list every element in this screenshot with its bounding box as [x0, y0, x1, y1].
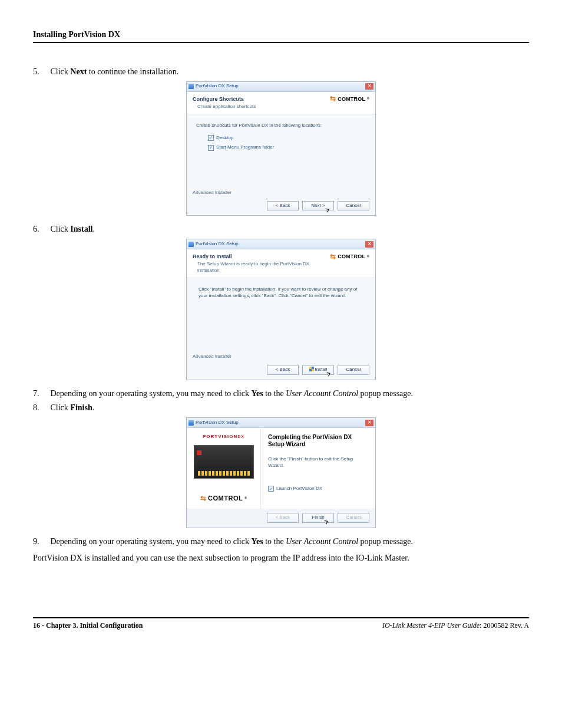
step-text: Depending on your operating system, you …: [51, 537, 414, 546]
btn-label: Next >: [311, 203, 325, 208]
app-icon: [189, 420, 194, 426]
back-button[interactable]: < Back: [267, 365, 299, 375]
checkbox-icon: ✓: [268, 486, 274, 492]
step-number: 5.: [33, 67, 48, 78]
screenshot-configure-shortcuts: PortVision DX Setup ✕ Configure Shortcut…: [186, 81, 376, 216]
brand-logo: ⇆COMTROL®: [200, 490, 247, 509]
product-logo: PORTVISIONDX: [203, 428, 244, 443]
step-number: 9.: [33, 536, 48, 548]
checkbox-label: Start Menu Programs folder: [216, 144, 274, 151]
dialog-heading: Configure Shortcuts: [193, 95, 256, 103]
dialog-subheading: Create application shortcuts: [193, 104, 256, 110]
cursor-icon: [326, 207, 330, 212]
wizard-body: Completing the PortVision DX Setup Wizar…: [261, 428, 375, 508]
window-title: PortVision DX Setup: [196, 83, 239, 90]
cancel-button[interactable]: Cancel: [338, 365, 369, 375]
t3: popup message.: [358, 537, 413, 546]
step-number: 6.: [33, 224, 48, 235]
bold-word: Yes: [251, 389, 263, 398]
step-5: 5. Click Next to continue the installati…: [33, 67, 529, 78]
step-7: 7. Depending on your operating system, y…: [33, 388, 529, 400]
screenshot-1-wrap: PortVision DX Setup ✕ Configure Shortcut…: [33, 81, 529, 216]
t2: to the: [263, 537, 286, 546]
bold-word: Finish: [70, 403, 92, 412]
finish-button[interactable]: Finish: [302, 513, 334, 523]
device-image: [194, 445, 254, 479]
brand-glyph-icon: ⇆: [200, 496, 206, 501]
t: Click: [51, 67, 71, 76]
button-row: < Back Install Cancel: [187, 361, 375, 380]
step-number: 8.: [33, 403, 48, 414]
wizard-message: Click the "Finish" button to exit the Se…: [268, 456, 368, 469]
t: Depending on your operating system, you …: [51, 537, 252, 546]
cancel-button: Cancel: [338, 513, 369, 523]
closing-paragraph: PortVision DX is installed and you can u…: [33, 553, 529, 564]
wizard-title: Completing the PortVision DX Setup Wizar…: [268, 434, 368, 448]
dialog-subheading: The Setup Wizard is ready to begin the P…: [193, 261, 330, 274]
checkbox-icon: ✓: [208, 135, 214, 141]
window-titlebar: PortVision DX Setup ✕: [187, 418, 375, 428]
page-footer: 16 - Chapter 3. Initial Configuration IO…: [33, 617, 529, 630]
step-9: 9. Depending on your operating system, y…: [33, 536, 529, 548]
dialog-header: Configure Shortcuts Create application s…: [187, 92, 375, 114]
button-row: < Back Finish Cancel: [187, 509, 375, 528]
footer-left: 16 - Chapter 3. Initial Configuration: [33, 621, 143, 630]
checkbox-label: Desktop: [216, 135, 233, 141]
group-label: Advanced Installer: [187, 190, 375, 197]
bold-word: Install: [70, 225, 92, 233]
body-text: Create shortcuts for PortVision DX in th…: [196, 123, 366, 129]
brand-text: COMTROL: [338, 95, 365, 103]
brand-glyph-icon: ⇆: [330, 96, 336, 101]
shield-icon: [309, 367, 314, 371]
checkbox-desktop[interactable]: ✓Desktop: [208, 135, 366, 141]
step-6: 6. Click Install.: [33, 224, 529, 235]
checkbox-icon: ✓: [208, 145, 214, 151]
screenshot-3-wrap: PortVision DX Setup ✕ PORTVISIONDX ⇆COMT…: [33, 417, 529, 528]
screenshot-2-wrap: PortVision DX Setup ✕ Ready to Install T…: [33, 239, 529, 380]
footer-right: IO-Link Master 4-EIP User Guide: 2000582…: [382, 621, 529, 630]
step-text: Click Install.: [51, 225, 95, 233]
italic-word: User Account Control: [286, 389, 358, 398]
close-icon[interactable]: ✕: [365, 241, 373, 248]
btn-label: Finish: [312, 515, 324, 520]
t2: .: [92, 403, 95, 412]
brand-glyph-icon: ⇆: [330, 254, 336, 259]
screenshot-ready-install: PortVision DX Setup ✕ Ready to Install T…: [186, 239, 376, 380]
t3: popup message.: [358, 389, 413, 398]
step-text: Click Finish.: [51, 403, 95, 412]
dialog-body: Click "Install" to begin the installatio…: [187, 278, 375, 354]
t2: to the: [263, 389, 286, 398]
brand-text: COMTROL: [338, 253, 365, 260]
checkbox-startmenu[interactable]: ✓Start Menu Programs folder: [208, 144, 366, 151]
bold-word: Next: [70, 67, 87, 76]
t: Depending on your operating system, you …: [51, 389, 252, 398]
t: Click: [51, 403, 71, 412]
back-button: < Back: [267, 513, 299, 523]
window-title: PortVision DX Setup: [196, 420, 239, 426]
step-text: Click Next to continue the installation.: [51, 67, 179, 76]
next-button[interactable]: Next >: [302, 201, 334, 211]
brand-text: COMTROL: [208, 494, 243, 503]
wizard-side-panel: PORTVISIONDX ⇆COMTROL®: [187, 428, 261, 508]
back-button[interactable]: < Back: [267, 201, 299, 211]
italic-word: User Account Control: [286, 537, 358, 546]
checkbox-label: Launch PortVision DX: [276, 486, 322, 492]
window-titlebar: PortVision DX Setup ✕: [187, 239, 375, 249]
group-label: Advanced Installer: [187, 354, 375, 361]
t2: to continue the installation.: [87, 67, 178, 76]
page-header: Installing PortVision DX: [33, 29, 529, 43]
install-button[interactable]: Install: [302, 365, 334, 375]
window-titlebar: PortVision DX Setup ✕: [187, 82, 375, 92]
t: Click: [51, 225, 71, 233]
brand-logo: ⇆COMTROL®: [330, 95, 369, 103]
close-icon[interactable]: ✕: [365, 83, 373, 90]
dialog-heading: Ready to Install: [193, 253, 330, 260]
close-icon[interactable]: ✕: [365, 420, 373, 426]
checkbox-launch[interactable]: ✓Launch PortVision DX: [268, 486, 368, 492]
dialog-body: Create shortcuts for PortVision DX in th…: [187, 114, 375, 190]
footer-rev: : 2000582 Rev. A: [480, 621, 529, 630]
cancel-button[interactable]: Cancel: [338, 201, 369, 211]
step-text: Depending on your operating system, you …: [51, 389, 414, 398]
step-number: 7.: [33, 388, 48, 400]
cursor-icon: [325, 519, 329, 524]
